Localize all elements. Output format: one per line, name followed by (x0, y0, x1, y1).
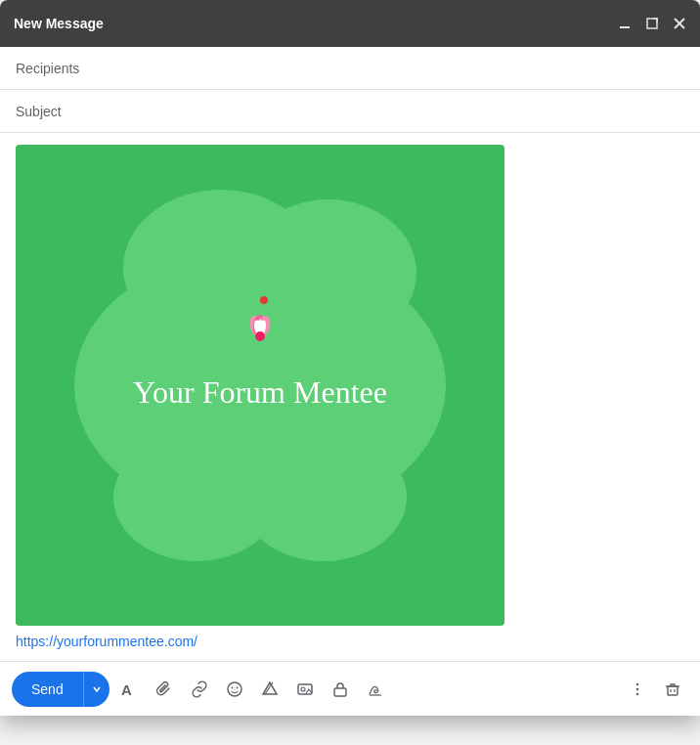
forum-link[interactable]: https://yourforummentee.com/ (16, 634, 684, 649)
cloud-bottom-right (241, 434, 407, 561)
svg-point-17 (301, 687, 305, 691)
svg-point-20 (636, 682, 639, 685)
send-button[interactable]: Send (12, 672, 109, 707)
send-main[interactable]: Send (12, 672, 83, 707)
subject-label: Subject (16, 104, 84, 119)
svg-text:A: A (121, 681, 132, 698)
compose-window: New Message Reci (0, 0, 700, 716)
more-options-button[interactable] (622, 674, 653, 705)
svg-point-12 (228, 682, 241, 696)
svg-point-14 (236, 686, 238, 688)
emoji-button[interactable] (219, 674, 250, 705)
subject-field-row: Subject (0, 90, 700, 133)
svg-point-10 (255, 331, 265, 341)
recipients-label: Recipients (16, 61, 84, 76)
svg-rect-23 (668, 686, 678, 695)
recipients-field-row: Recipients (0, 47, 700, 90)
body-area[interactable]: Your Forum Mentee https://yourforummente… (0, 133, 700, 661)
minimize-icon[interactable] (618, 17, 632, 30)
insert-link-button[interactable] (184, 674, 215, 705)
svg-marker-15 (263, 682, 277, 694)
photo-button[interactable] (289, 674, 321, 705)
drive-button[interactable] (254, 674, 285, 705)
toolbar: Send A (0, 661, 700, 716)
svg-point-21 (636, 687, 639, 690)
recipients-input[interactable] (84, 61, 684, 76)
toolbar-right (622, 674, 688, 705)
confidential-button[interactable] (325, 674, 356, 705)
svg-point-22 (636, 692, 639, 695)
window-title: New Message (14, 16, 104, 31)
flower-icon (235, 309, 285, 364)
subject-input[interactable] (84, 104, 684, 119)
send-dropdown-arrow[interactable] (83, 672, 109, 707)
close-icon[interactable] (673, 17, 686, 30)
svg-rect-1 (647, 19, 657, 28)
title-bar: New Message (0, 0, 700, 47)
formatting-button[interactable]: A (113, 674, 145, 705)
expand-icon[interactable] (645, 17, 659, 30)
forum-text: Your Forum Mentee (133, 374, 387, 411)
attach-button[interactable] (149, 674, 180, 705)
discard-button[interactable] (657, 674, 688, 705)
svg-rect-18 (334, 688, 346, 696)
signature-button[interactable] (360, 674, 391, 705)
red-dot (260, 296, 268, 304)
title-bar-controls (618, 17, 686, 30)
email-image: Your Forum Mentee (16, 145, 504, 626)
svg-point-13 (231, 686, 233, 688)
